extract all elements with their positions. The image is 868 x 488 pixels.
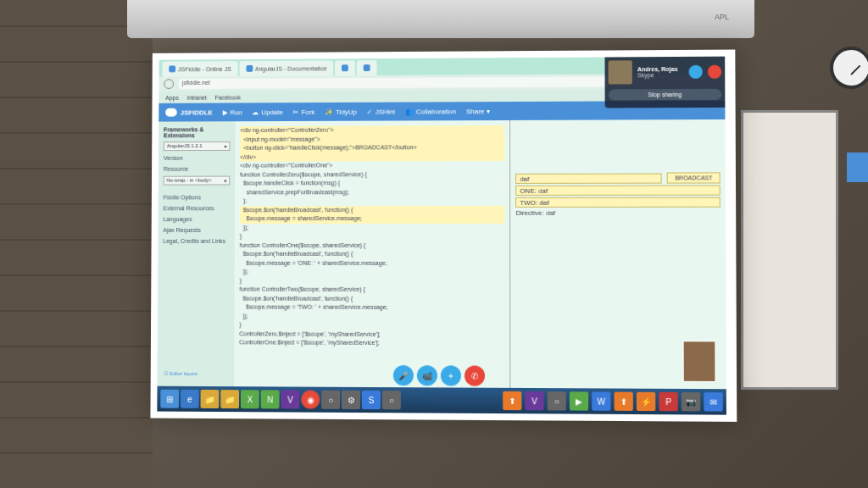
taskbar-icon[interactable]: ○	[548, 391, 566, 410]
browser-tab[interactable]: JSFiddle - Online JS	[162, 61, 237, 76]
framework-select[interactable]: AngularJS 1.2.1▾	[164, 141, 231, 151]
vs-icon[interactable]: V	[281, 390, 299, 408]
tab-label: AngularJS - Documentation	[255, 65, 326, 71]
skype-header: Andres, Rojas Skype	[609, 60, 722, 85]
start-button[interactable]: ⊞	[160, 390, 179, 408]
taskbar-icon[interactable]: ⚙	[342, 391, 360, 409]
ie-icon[interactable]: e	[181, 390, 199, 408]
mic-button[interactable]: 🎤	[393, 365, 414, 385]
taskbar-icon[interactable]: ▶	[570, 391, 588, 410]
update-button[interactable]: ☁ Update	[252, 108, 282, 116]
add-button[interactable]: +	[441, 365, 461, 385]
browser-tab[interactable]	[357, 60, 377, 75]
onenote-icon[interactable]: N	[261, 390, 280, 408]
taskbar-icon[interactable]: 📷	[682, 392, 701, 411]
self-video-thumbnail[interactable]	[683, 341, 716, 382]
reload-icon[interactable]	[164, 79, 174, 89]
editor-layout-link[interactable]: ☑ Editor layout	[164, 370, 197, 376]
folder-icon[interactable]: 📁	[220, 390, 239, 408]
caller-avatar	[609, 60, 632, 84]
code-line: });	[240, 223, 504, 232]
tab-icon	[342, 64, 348, 71]
projector-mount	[127, 0, 754, 38]
result-row: TWO: daf	[515, 197, 721, 208]
stop-sharing-button[interactable]: Stop sharing	[609, 89, 722, 101]
browser-tab[interactable]: AngularJS - Documentation	[239, 60, 333, 75]
taskbar-icon[interactable]: ○	[321, 391, 340, 409]
video-button[interactable]: 📹	[417, 365, 437, 385]
taskbar-icon[interactable]: ⬆	[503, 391, 521, 410]
bookmark-apps[interactable]: Apps	[165, 94, 179, 100]
broadcast-button[interactable]: BROADCAST	[667, 172, 721, 183]
result-row: ONE: daf	[515, 185, 720, 195]
skype-hangup-button[interactable]	[708, 65, 721, 79]
vs-icon[interactable]: V	[525, 391, 543, 410]
sidebar-section[interactable]: External Resources	[163, 202, 230, 214]
code-line: ControllerOne.$inject = ['$scope', 'mySh…	[239, 338, 504, 348]
jsfiddle-sidebar: Frameworks & Extensions AngularJS 1.2.1▾…	[157, 121, 235, 412]
result-row: daf BROADCAST	[515, 172, 720, 184]
code-line: }	[240, 276, 505, 286]
code-line: $scope.message = 'ONE: ' + sharedService…	[240, 258, 505, 268]
brick-wall	[0, 0, 153, 488]
code-line: function ControllerOne($scope, sharedSer…	[240, 241, 505, 250]
chrome-icon[interactable]: ◉	[301, 391, 320, 409]
code-line: $scope.$on('handleBroadcast', function()…	[240, 250, 505, 259]
sidebar-section[interactable]: Languages	[163, 214, 230, 225]
code-line: $scope.message = sharedService.message;	[240, 214, 504, 224]
explorer-icon[interactable]: 📁	[201, 390, 220, 408]
run-button[interactable]: ▶ Run	[222, 108, 242, 116]
tab-icon	[169, 65, 175, 72]
skype-icon[interactable]: S	[362, 391, 381, 409]
collab-button[interactable]: 👥 Collaboration	[405, 108, 456, 115]
projector-screen: JSFiddle - Online JS AngularJS - Documen…	[150, 50, 737, 422]
powerpoint-icon[interactable]: P	[659, 392, 677, 411]
word-icon[interactable]: W	[592, 391, 610, 410]
directive-output: Directive: daf	[515, 209, 555, 217]
code-line: $scope.message = 'TWO: ' + sharedService…	[239, 303, 504, 313]
wrap-select[interactable]: No wrap - in <body>▾	[164, 176, 231, 186]
code-line: }	[240, 232, 504, 241]
bookmark-fb[interactable]: Facebook	[215, 94, 241, 100]
call-controls: 🎤 📹 + ✆	[393, 365, 485, 386]
tidy-button[interactable]: ✨ TidyUp	[325, 108, 357, 115]
code-line: $scope.$on('handleBroadcast', function()…	[240, 205, 504, 214]
jsfiddle-logo[interactable]: JSFIDDLE	[165, 108, 213, 117]
skype-video-button[interactable]	[689, 65, 703, 79]
browser-tab[interactable]	[335, 60, 355, 75]
sidebar-item[interactable]: Resource	[164, 164, 231, 175]
chevron-down-icon: ▾	[224, 178, 226, 184]
bookmark-intranet[interactable]: Intranet	[187, 94, 207, 100]
taskbar-icon[interactable]: ⬆	[615, 392, 633, 411]
code-line: function ControllerZero($scope, sharedSe…	[240, 169, 504, 179]
taskbar-right: ⬆ V ○ ▶ W ⬆ ⚡ P 📷 ✉	[503, 391, 723, 412]
desktop: JSFiddle - Online JS AngularJS - Documen…	[157, 57, 726, 415]
tab-icon	[364, 64, 370, 71]
caller-info: Andres, Rojas Skype	[637, 66, 684, 78]
result-output[interactable]: TWO: daf	[515, 197, 721, 208]
message-input[interactable]: daf	[515, 173, 662, 183]
mail-icon[interactable]: ✉	[704, 392, 723, 411]
tab-label: JSFiddle - Online JS	[178, 66, 231, 72]
sidebar-section[interactable]: Ajax Requests	[163, 225, 230, 236]
code-line: </div>	[240, 152, 504, 161]
code-line: $scope.handleClick = function(msg) {	[240, 179, 504, 188]
logo-text: JSFIDDLE	[181, 108, 213, 116]
sidebar-item[interactable]: Version	[164, 152, 231, 164]
taskbar-icon[interactable]: ○	[382, 391, 401, 409]
code-line: sharedService.prepForBroadcast(msg);	[240, 187, 504, 197]
code-line: });	[240, 268, 505, 277]
chevron-down-icon: ▾	[225, 143, 227, 149]
share-button[interactable]: Share ▾	[466, 108, 490, 115]
jshint-button[interactable]: ✓ JSHint	[367, 108, 395, 115]
taskbar-icon[interactable]: ⚡	[637, 392, 655, 411]
excel-icon[interactable]: X	[241, 390, 259, 408]
end-call-button[interactable]: ✆	[465, 365, 485, 385]
tab-icon	[246, 65, 253, 72]
code-line: };	[240, 197, 504, 206]
result-output[interactable]: ONE: daf	[515, 185, 720, 195]
fork-button[interactable]: ✂ Fork	[293, 108, 315, 116]
wall-sticker	[847, 152, 868, 182]
sidebar-section[interactable]: Legal, Credits and Links	[163, 236, 230, 247]
sidebar-section[interactable]: Fiddle Options	[164, 191, 231, 202]
